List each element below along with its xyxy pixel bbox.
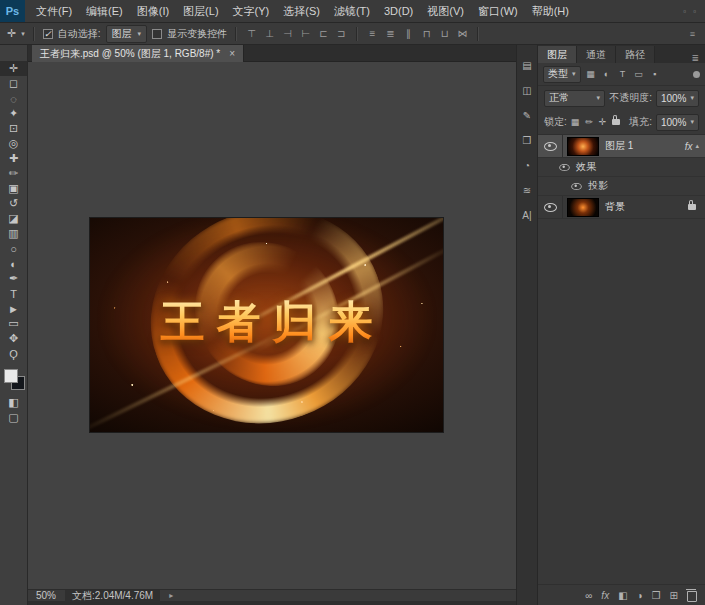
fill-field[interactable]: 100% ▾	[656, 114, 699, 131]
align-right-icon[interactable]: ⊢	[299, 28, 312, 39]
marquee-tool[interactable]: ◻	[0, 76, 27, 91]
filter-adjustment-icon[interactable]: ◐	[601, 69, 613, 79]
gradient-tool[interactable]: ▥	[0, 226, 27, 241]
clone-stamp-tool[interactable]: ▣	[0, 181, 27, 196]
drop-shadow-label[interactable]: 投影	[588, 179, 608, 193]
adjustment-layer-icon[interactable]: ◑	[637, 590, 643, 601]
menu-3d[interactable]: 3D(D)	[377, 5, 420, 17]
foreground-color-swatch[interactable]	[4, 369, 18, 383]
visibility-cell[interactable]	[538, 182, 588, 191]
layer-name[interactable]: 图层 1	[605, 139, 633, 153]
eye-icon[interactable]	[559, 163, 569, 170]
panel-menu-icon[interactable]: ≣	[691, 53, 705, 63]
tab-channels[interactable]: 通道	[577, 46, 616, 63]
fx-badge[interactable]: fx	[685, 141, 696, 152]
visibility-cell[interactable]	[538, 135, 563, 157]
filter-pixel-icon[interactable]: ▦	[585, 69, 597, 79]
eraser-tool[interactable]: ◪	[0, 211, 27, 226]
pen-tool[interactable]: ✒	[0, 271, 27, 286]
type-tool[interactable]: T	[0, 286, 27, 301]
styles-panel-icon[interactable]: ❒	[517, 132, 537, 148]
adjustments-panel-icon[interactable]: ✎	[517, 107, 537, 123]
path-selection-tool[interactable]: ►	[0, 301, 27, 316]
crop-tool[interactable]: ⊡	[0, 121, 27, 136]
align-hcenter-icon[interactable]: ⊏	[317, 28, 330, 39]
options-menu-icon[interactable]: ≡	[690, 29, 705, 39]
menu-filter[interactable]: 滤镜(T)	[327, 4, 377, 19]
menu-layer[interactable]: 图层(L)	[176, 4, 225, 19]
quick-mask-button[interactable]: ◧	[0, 395, 27, 410]
filter-smartobject-icon[interactable]: ▪	[649, 69, 661, 79]
menu-edit[interactable]: 编辑(E)	[79, 4, 130, 19]
new-layer-icon[interactable]: ⊞	[670, 590, 678, 601]
distribute-hcenter-icon[interactable]: ⊔	[438, 28, 451, 39]
lock-all-icon[interactable]	[612, 119, 620, 125]
window-controls[interactable]: ▫ ▫	[683, 7, 705, 16]
visibility-cell[interactable]	[538, 163, 576, 172]
filter-shape-icon[interactable]: ▭	[633, 69, 645, 79]
move-tool-preset-icon[interactable]: ✛	[7, 27, 16, 40]
link-layers-icon[interactable]: ∞	[585, 590, 592, 601]
hand-tool[interactable]: ✥	[0, 331, 27, 346]
menu-file[interactable]: 文件(F)	[29, 4, 79, 19]
kind-filter-dropdown[interactable]: 类型 ▾	[543, 66, 581, 83]
eye-icon[interactable]	[544, 142, 557, 151]
new-group-icon[interactable]: ❒	[652, 590, 661, 601]
history-brush-tool[interactable]: ↺	[0, 196, 27, 211]
menu-window[interactable]: 窗口(W)	[471, 4, 525, 19]
filter-type-icon[interactable]: T	[617, 69, 629, 79]
dodge-tool[interactable]: ◐	[0, 256, 27, 271]
menu-image[interactable]: 图像(I)	[130, 4, 176, 19]
blend-mode-dropdown[interactable]: 正常 ▾	[544, 90, 605, 107]
eye-icon[interactable]	[544, 203, 557, 212]
filter-toggle[interactable]	[693, 71, 700, 78]
zoom-tool[interactable]: Ϙ	[0, 346, 27, 361]
menu-help[interactable]: 帮助(H)	[525, 4, 576, 19]
align-left-icon[interactable]: ⊣	[281, 28, 294, 39]
opacity-field[interactable]: 100% ▾	[656, 90, 699, 107]
layer-row-layer1[interactable]: 图层 1 fx ▴	[538, 135, 705, 158]
move-tool[interactable]: ✛	[0, 61, 27, 76]
menu-type[interactable]: 文字(Y)	[226, 4, 277, 19]
lock-transparent-icon[interactable]: ▦	[571, 117, 580, 127]
distribute-top-icon[interactable]: ≡	[366, 28, 379, 39]
minimize-icon[interactable]: ▫	[683, 7, 686, 16]
align-bottom-icon[interactable]: ⊥	[263, 28, 276, 39]
menu-view[interactable]: 视图(V)	[420, 4, 471, 19]
layer-row-background[interactable]: 背景	[538, 196, 705, 219]
show-transform-checkbox[interactable]	[152, 29, 162, 39]
lock-position-icon[interactable]: ✛	[599, 117, 607, 127]
eye-icon[interactable]	[571, 182, 581, 189]
drop-shadow-row[interactable]: 投影	[538, 177, 705, 196]
align-top-icon[interactable]: ⊤	[245, 28, 258, 39]
document-canvas[interactable]: 王者归来	[90, 218, 443, 432]
layer-thumbnail[interactable]	[567, 198, 599, 217]
auto-select-dropdown[interactable]: 图层 ▾	[106, 25, 148, 43]
color-swatches[interactable]	[0, 367, 27, 395]
healing-brush-tool[interactable]: ✚	[0, 151, 27, 166]
menu-select[interactable]: 选择(S)	[276, 4, 327, 19]
shape-tool[interactable]: ▭	[0, 316, 27, 331]
layer-mask-icon[interactable]: ◧	[618, 590, 627, 601]
swatches-panel-icon[interactable]: ◫	[517, 82, 537, 98]
zoom-level-field[interactable]: 50%	[36, 590, 56, 601]
document-tab[interactable]: 王者归来.psd @ 50% (图层 1, RGB/8#) * ×	[32, 45, 244, 62]
restore-icon[interactable]: ▫	[693, 7, 696, 16]
close-icon[interactable]: ×	[229, 48, 235, 59]
distribute-right-icon[interactable]: ⋈	[456, 28, 469, 39]
eyedropper-tool[interactable]: ◎	[0, 136, 27, 151]
brush-tool[interactable]: ✏	[0, 166, 27, 181]
effects-label[interactable]: 效果	[576, 160, 596, 174]
status-options-arrow-icon[interactable]: ▸	[169, 591, 173, 600]
layer-thumbnail[interactable]	[567, 137, 599, 156]
properties-panel-icon[interactable]: ≋	[517, 182, 537, 198]
lock-pixels-icon[interactable]: ✏	[585, 117, 593, 127]
fx-collapse-icon[interactable]: ▴	[695, 142, 705, 150]
distribute-left-icon[interactable]: ⊓	[420, 28, 433, 39]
tool-preset-caret-icon[interactable]: ▾	[21, 30, 25, 38]
screen-mode-button[interactable]: ▢	[0, 410, 27, 425]
lasso-tool[interactable]: ◌	[0, 91, 27, 106]
align-vcenter-icon[interactable]: ⊐	[335, 28, 348, 39]
tab-layers[interactable]: 图层	[538, 46, 577, 63]
distribute-vcenter-icon[interactable]: ≣	[384, 28, 397, 39]
